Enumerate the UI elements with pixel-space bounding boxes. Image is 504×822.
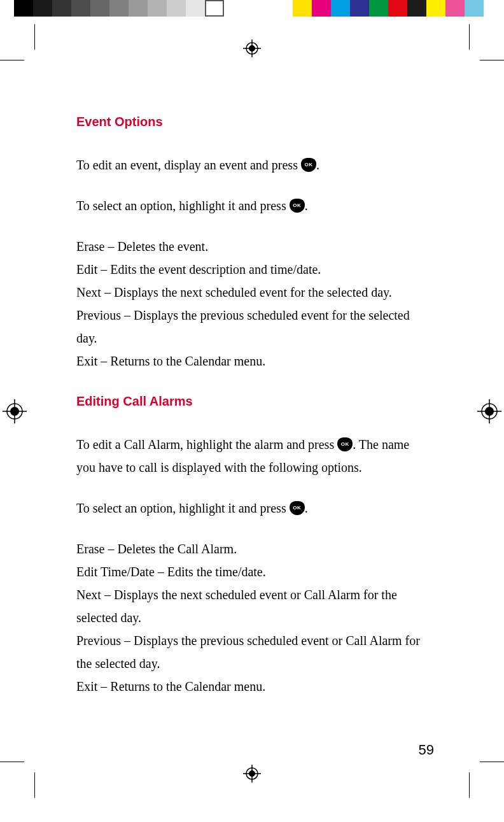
event-options-list: Erase – Deletes the event. Edit – Edits … [76, 235, 426, 372]
gray-swatch [71, 0, 90, 17]
color-swatch-row [293, 0, 484, 17]
paragraph: To select an option, highlight it and pr… [76, 497, 426, 520]
heading-editing-call-alarms: Editing Call Alarms [76, 394, 426, 409]
registration-mark-top-icon [243, 39, 261, 57]
text: To edit an event, display an event and p… [76, 158, 301, 172]
gray-swatch [90, 0, 109, 17]
call-alarm-options-list: Erase – Deletes the Call Alarm. Edit Tim… [76, 537, 426, 698]
color-swatch [426, 0, 445, 17]
gray-swatch [109, 0, 129, 17]
page-content: Event Options To edit an event, display … [76, 115, 426, 719]
color-swatch [331, 0, 350, 17]
text: To select an option, highlight it and pr… [76, 199, 290, 213]
heading-event-options: Event Options [76, 115, 426, 129]
gray-swatch [148, 0, 167, 17]
gray-swatch [52, 0, 71, 17]
color-swatch [369, 0, 388, 17]
gray-swatch-row [14, 0, 224, 17]
registration-mark-left-icon [3, 399, 27, 423]
list-item: Erase – Deletes the Call Alarm. [76, 537, 426, 560]
gray-swatch [186, 0, 205, 17]
text: . [305, 199, 308, 213]
list-item: Exit – Returns to the Calendar menu. [76, 675, 426, 698]
ok-button-icon: OK [301, 158, 316, 172]
crop-mark-icon [34, 772, 35, 798]
paragraph: To select an option, highlight it and pr… [76, 194, 426, 217]
color-swatch [465, 0, 484, 17]
list-item: Next – Displays the next scheduled event… [76, 281, 426, 304]
ok-button-icon: OK [290, 199, 305, 213]
color-swatch [445, 0, 465, 17]
color-swatch [293, 0, 312, 17]
paragraph: To edit an event, display an event and p… [76, 153, 426, 176]
crop-mark-icon [0, 60, 24, 60]
ok-button-icon: OK [337, 437, 353, 451]
text: To select an option, highlight it and pr… [76, 501, 290, 515]
list-item: Next – Displays the next scheduled event… [76, 583, 426, 629]
list-item: Previous – Displays the previous schedul… [76, 629, 426, 675]
registration-mark-bottom-icon [243, 765, 261, 783]
paragraph: To edit a Call Alarm, highlight the alar… [76, 433, 426, 479]
list-item: Edit – Edits the event description and t… [76, 258, 426, 281]
color-swatch [350, 0, 369, 17]
color-swatch [388, 0, 407, 17]
ok-button-icon: OK [290, 501, 305, 515]
list-item: Edit Time/Date – Edits the time/date. [76, 560, 426, 583]
crop-mark-icon [0, 762, 24, 762]
color-swatch [312, 0, 331, 17]
crop-mark-icon [480, 60, 504, 60]
text: . [316, 158, 319, 172]
list-item: Previous – Displays the previous schedul… [76, 304, 426, 350]
color-swatch [407, 0, 426, 17]
gray-swatch [167, 0, 186, 17]
gray-swatch [33, 0, 52, 17]
list-item: Exit – Returns to the Calendar menu. [76, 350, 426, 372]
gray-swatch [14, 0, 33, 17]
list-item: Erase – Deletes the event. [76, 235, 426, 258]
crop-mark-icon [469, 24, 470, 50]
gray-swatch [129, 0, 148, 17]
text: . [305, 501, 308, 515]
registration-mark-right-icon [477, 399, 501, 423]
crop-mark-icon [469, 772, 470, 798]
gray-swatch [205, 0, 224, 17]
crop-mark-icon [480, 762, 504, 762]
crop-mark-icon [34, 24, 35, 50]
page-number: 59 [419, 742, 434, 758]
page: Event Options To edit an event, display … [0, 0, 504, 822]
text: To edit a Call Alarm, highlight the alar… [76, 437, 337, 451]
